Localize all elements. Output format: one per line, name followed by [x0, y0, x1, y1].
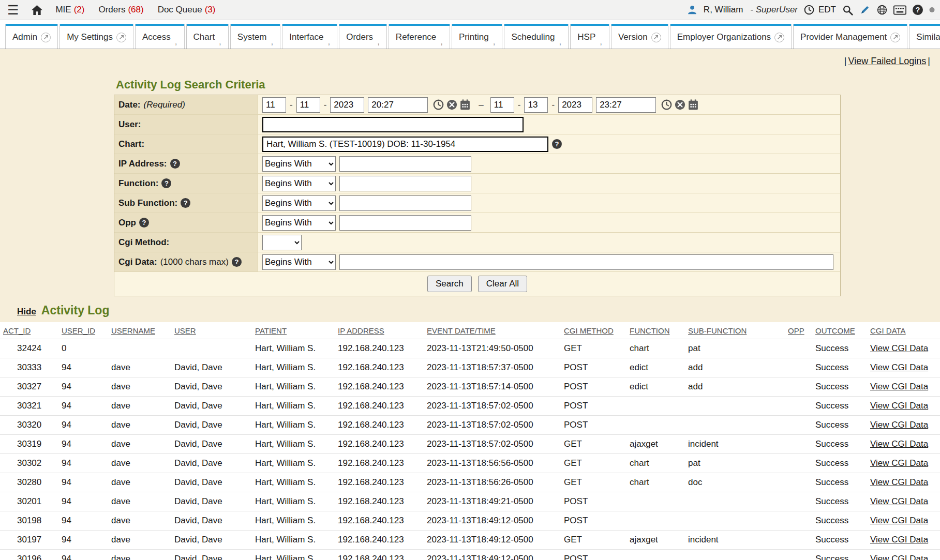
view-cgi-data-link[interactable]: View CGI Data — [870, 477, 928, 487]
clear-date-icon[interactable] — [446, 99, 457, 110]
column-sort-link[interactable]: USER — [174, 326, 196, 335]
column-sort-link[interactable]: USER_ID — [62, 326, 95, 335]
date-to-day-input[interactable] — [524, 97, 548, 113]
help-icon[interactable]: ? — [913, 5, 923, 15]
view-cgi-data-link[interactable]: View CGI Data — [870, 496, 928, 506]
popout-icon[interactable] — [116, 33, 126, 42]
tab[interactable]: Employer Organizations — [670, 24, 792, 49]
date-to-month-input[interactable] — [490, 97, 514, 113]
tab[interactable]: Version — [611, 24, 668, 49]
view-cgi-data-link[interactable]: View CGI Data — [870, 362, 928, 372]
view-cgi-data-link[interactable]: View CGI Data — [870, 535, 928, 544]
pen-signature-icon[interactable] — [859, 5, 871, 15]
popout-icon[interactable] — [774, 33, 784, 42]
opp-help-icon[interactable]: ? — [139, 218, 149, 228]
function-help-icon[interactable]: ? — [161, 178, 171, 188]
clock-icon[interactable] — [804, 5, 814, 15]
view-cgi-data-link[interactable]: View CGI Data — [870, 554, 928, 560]
ip-help-icon[interactable]: ? — [170, 159, 180, 169]
calendar-icon[interactable] — [460, 99, 470, 110]
time-from-input[interactable] — [368, 97, 428, 113]
cgi-method-select[interactable] — [262, 235, 302, 250]
tab[interactable]: System , — [230, 24, 280, 49]
tab[interactable]: Orders , — [339, 24, 387, 49]
sub-function-help-icon[interactable]: ? — [181, 198, 190, 208]
view-cgi-data-link[interactable]: View CGI Data — [870, 439, 928, 449]
popout-icon[interactable] — [890, 33, 900, 42]
ip-match-select[interactable]: Begins With — [262, 156, 336, 172]
column-sort-link[interactable]: EVENT DATE/TIME — [427, 326, 496, 335]
tab[interactable]: Scheduling , — [504, 24, 569, 49]
hamburger-menu-icon[interactable]: ☰ — [7, 4, 19, 17]
time-to-input[interactable] — [596, 97, 656, 113]
time-picker-icon[interactable] — [661, 99, 672, 110]
chart-help-icon[interactable]: ? — [552, 139, 562, 149]
column-sort-link[interactable]: FUNCTION — [630, 326, 670, 335]
globe-icon[interactable] — [877, 5, 887, 15]
date-from-month-input[interactable] — [262, 97, 286, 113]
chart-input[interactable] — [262, 137, 548, 152]
view-failed-logins-link[interactable]: View Failed Logins — [848, 56, 927, 66]
cgi-data-input[interactable] — [339, 254, 833, 270]
opp-match-select[interactable]: Begins With — [262, 215, 336, 231]
cell-cgi-method: POST — [561, 416, 626, 435]
opp-input[interactable] — [339, 215, 471, 231]
top-nav-item[interactable]: Orders (68) — [98, 5, 143, 15]
sub-function-input[interactable] — [339, 195, 471, 211]
column-sort-link[interactable]: OPP — [788, 326, 804, 335]
function-match-select[interactable]: Begins With — [262, 176, 336, 191]
search-icon[interactable] — [842, 5, 853, 16]
keyboard-icon[interactable] — [893, 5, 906, 15]
column-sort-link[interactable]: CGI METHOD — [564, 326, 614, 335]
clear-date-icon[interactable] — [675, 99, 685, 110]
tab-label: Scheduling — [511, 32, 555, 42]
date-from-year-input[interactable] — [330, 97, 364, 113]
clipped-edge-icon[interactable] — [929, 4, 935, 16]
view-cgi-data-link[interactable]: View CGI Data — [870, 458, 928, 468]
view-cgi-data-link[interactable]: View CGI Data — [870, 401, 928, 411]
column-sort-link[interactable]: IP ADDRESS — [338, 326, 384, 335]
column-sort-link[interactable]: USERNAME — [111, 326, 155, 335]
cell-event-datetime: 2023-11-13T18:57:14-0500 — [424, 377, 561, 397]
time-picker-icon[interactable] — [433, 99, 444, 110]
view-cgi-data-link[interactable]: View CGI Data — [870, 382, 928, 391]
calendar-icon[interactable] — [688, 99, 698, 110]
tab[interactable]: Admin — [5, 24, 58, 49]
cell-act-id: 30321 — [0, 397, 58, 416]
cgi-data-help-icon[interactable]: ? — [232, 257, 242, 267]
search-button[interactable]: Search — [427, 276, 472, 292]
column-sort-link[interactable]: OUTCOME — [815, 326, 855, 335]
tab[interactable]: HSP , — [570, 24, 609, 49]
cgi-data-match-select[interactable]: Begins With — [262, 254, 336, 270]
function-input[interactable] — [339, 176, 471, 191]
view-cgi-data-link[interactable]: View CGI Data — [870, 420, 928, 430]
user-name[interactable]: R, William — [704, 5, 743, 15]
top-nav-item[interactable]: MIE (2) — [55, 5, 84, 15]
date-to-year-input[interactable] — [558, 97, 592, 113]
cell-event-datetime: 2023-11-13T18:57:02-0500 — [424, 416, 561, 435]
column-sort-link[interactable]: SUB-FUNCTION — [688, 326, 747, 335]
clear-all-button[interactable]: Clear All — [478, 276, 527, 292]
sub-function-match-select[interactable]: Begins With — [262, 195, 336, 211]
tab[interactable]: Chart , — [186, 24, 229, 49]
ip-address-input[interactable] — [339, 156, 471, 172]
date-from-day-input[interactable] — [296, 97, 320, 113]
view-cgi-data-link[interactable]: View CGI Data — [870, 343, 928, 353]
column-sort-link[interactable]: CGI DATA — [870, 326, 906, 335]
top-nav-item[interactable]: Doc Queue (3) — [158, 5, 216, 15]
tab[interactable]: Reference , — [389, 24, 450, 49]
hide-link[interactable]: Hide — [17, 307, 36, 317]
tab[interactable]: Provider Management — [793, 24, 907, 49]
tab[interactable]: Similar Exposu , — [909, 24, 940, 49]
column-sort-link[interactable]: ACT_ID — [3, 326, 31, 335]
column-sort-link[interactable]: PATIENT — [255, 326, 287, 335]
popout-icon[interactable] — [41, 33, 51, 42]
tab[interactable]: Printing , — [452, 24, 502, 49]
home-icon[interactable] — [31, 5, 43, 16]
tab[interactable]: Interface , — [282, 24, 337, 49]
tab[interactable]: Access , — [135, 24, 185, 49]
popout-icon[interactable] — [651, 33, 661, 42]
tab[interactable]: My Settings — [59, 24, 133, 49]
view-cgi-data-link[interactable]: View CGI Data — [870, 516, 928, 525]
user-input[interactable] — [262, 117, 524, 132]
